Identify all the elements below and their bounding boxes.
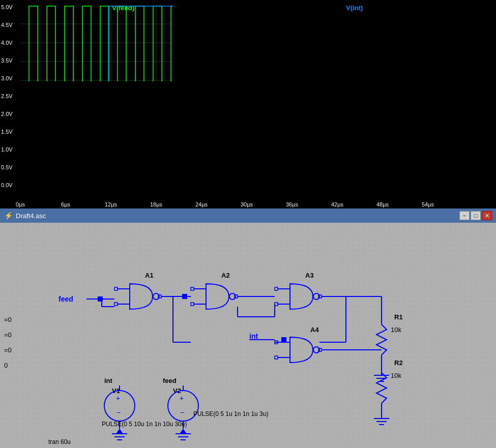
int-netlabel: int	[249, 332, 258, 340]
y-5v: 5.0V	[1, 4, 13, 10]
vsource-v2: feed V2 + −	[163, 377, 198, 440]
svg-text:+: +	[116, 394, 120, 402]
svg-text:int: int	[104, 377, 113, 384]
feed-netlabel: feed	[59, 295, 73, 303]
y-2v: 2.0V	[1, 111, 13, 117]
svg-text:R2: R2	[394, 359, 403, 367]
x-36us: 36µs	[286, 201, 298, 207]
gate-a4: A4	[275, 326, 322, 363]
schematic-title: Draft4.asc	[16, 212, 458, 220]
y-4v: 4.0V	[1, 40, 13, 46]
title-bar: ⚡ Draft4.asc − □ ✕	[0, 208, 496, 223]
resistor-r2: R2 10k	[374, 359, 403, 425]
restore-button[interactable]: □	[471, 211, 481, 220]
svg-text:10k: 10k	[391, 326, 401, 334]
svg-text:A4: A4	[310, 326, 319, 334]
gate-a3: A3	[275, 272, 322, 309]
y-25v: 2.5V	[1, 93, 13, 99]
y-05v: 0.5V	[1, 164, 13, 170]
x-48us: 48µs	[376, 201, 389, 207]
close-button[interactable]: ✕	[482, 211, 492, 220]
x-12us: 12µs	[105, 201, 117, 207]
svg-text:+: +	[180, 394, 184, 402]
int-junction	[281, 337, 286, 342]
vint-label: V(int)	[346, 4, 363, 12]
svg-text:feed: feed	[163, 377, 177, 384]
minimize-button[interactable]: −	[459, 211, 470, 220]
x-axis: 0µs 6µs 12µs 18µs 24µs 30µs 36µs 42µs 48…	[20, 198, 496, 208]
tran-label: tran 60u	[48, 438, 71, 445]
y-0v: 0.0V	[1, 182, 13, 188]
vsource-v1: int V1 + −	[104, 377, 135, 440]
svg-marker-97	[180, 429, 187, 434]
x-6us: 6µs	[61, 201, 70, 207]
junction-a1-a2	[182, 294, 187, 299]
y-1v: 1.0V	[1, 146, 13, 153]
svg-text:−: −	[180, 408, 184, 416]
x-42us: 42µs	[331, 201, 343, 207]
x-0us: 0µs	[16, 201, 25, 207]
schematic-content: =0 =0 =0 0 A1 A2	[0, 223, 496, 448]
eq0-label-4: 0	[4, 362, 8, 369]
svg-text:R1: R1	[394, 313, 403, 321]
gate-a1: A1	[114, 272, 161, 309]
y-axis: 5.0V 4.5V 4.0V 3.5V 3.0V 2.5V 2.0V 1.5V …	[0, 0, 20, 208]
schematic-panel: =0 =0 =0 0 A1 A2	[0, 223, 496, 448]
y-45v: 4.5V	[1, 22, 13, 28]
waveform-panel: V(feed) V(int) 5.0V 4.5V 4.0V 3.5V 3.0V …	[0, 0, 496, 208]
eq0-label-3: =0	[4, 346, 12, 354]
svg-text:10k: 10k	[391, 372, 401, 379]
eq0-label-1: =0	[4, 316, 12, 323]
circuit-icon: ⚡	[4, 212, 13, 220]
gate-a2: A2	[191, 272, 238, 309]
eq0-label-2: =0	[4, 331, 12, 339]
y-15v: 1.5V	[1, 129, 13, 135]
svg-text:A2: A2	[221, 272, 230, 279]
svg-text:−: −	[116, 408, 121, 416]
x-24us: 24µs	[195, 201, 208, 207]
svg-marker-86	[116, 429, 123, 434]
pulse1-label: PULSE(0 5 1u 1n 1n 1u 3u)	[193, 410, 268, 417]
svg-text:A1: A1	[145, 272, 154, 279]
resistor-r1: R1 10k	[374, 313, 403, 381]
y-3v: 3.0V	[1, 75, 13, 81]
svg-text:A3: A3	[305, 272, 314, 279]
y-35v: 3.5V	[1, 57, 13, 64]
x-30us: 30µs	[241, 201, 253, 207]
x-18us: 18µs	[150, 201, 162, 207]
pulse2-label: PULSE(0 5 10u 1n 1n 10u 30u)	[102, 421, 187, 428]
waveform-svg	[20, 5, 173, 81]
x-54us: 54µs	[422, 201, 434, 207]
